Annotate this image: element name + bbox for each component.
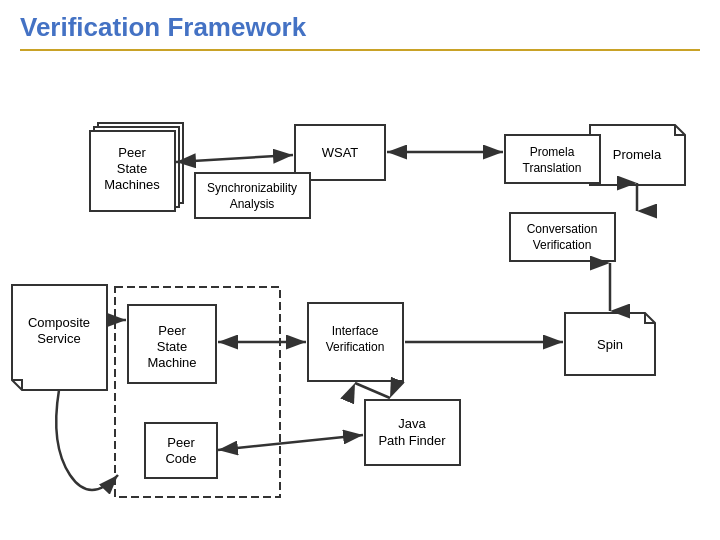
peer-code-label2: Code [165,451,196,466]
svg-line-19 [176,155,293,162]
promela-label: Promela [613,147,662,162]
composite-service-label2: Service [37,331,80,346]
diagram-svg: Peer State Machines WSAT Synchronizabili… [0,55,720,540]
peer-code-label1: Peer [167,435,195,450]
conv-verif-label1: Conversation [527,222,598,236]
peer-state-machines-label3: Machines [104,177,160,192]
svg-rect-7 [510,213,615,261]
title-divider [20,49,700,51]
promela-translation-label1: Promela [530,145,575,159]
svg-line-25 [355,383,390,398]
page-title: Verification Framework [0,0,720,49]
jpf-label2: Path Finder [378,433,446,448]
peer-state-machines-label: Peer [118,145,146,160]
main-diagram: Peer State Machines WSAT Synchronizabili… [0,55,720,540]
conv-verif-label2: Verification [533,238,592,252]
peer-sm-label3: Machine [147,355,196,370]
iface-verif-label2: Verification [326,340,385,354]
promela-translation-label2: Translation [523,161,582,175]
svg-line-27 [218,435,363,450]
sync-analysis-label1: Synchronizability [207,181,297,195]
iface-verif-label1: Interface [332,324,379,338]
jpf-label1: Java [398,416,426,431]
peer-state-machines-label2: State [117,161,147,176]
spin-label: Spin [597,337,623,352]
svg-rect-4 [195,173,310,218]
peer-sm-label2: State [157,339,187,354]
wsat-label: WSAT [322,145,359,160]
svg-rect-6 [505,135,600,183]
composite-service-label1: Composite [28,315,90,330]
sync-analysis-label2: Analysis [230,197,275,211]
peer-sm-label1: Peer [158,323,186,338]
